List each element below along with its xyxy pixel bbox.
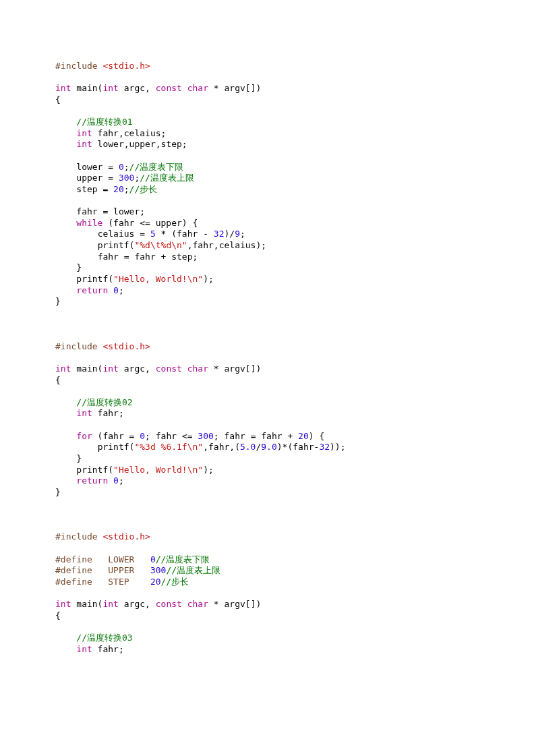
comment: //温度表下限 [156,554,210,564]
code-line: printf("%3d %6.1f\n",fahr,(5.0/9.0)*(fah… [98,442,346,452]
text [108,285,113,295]
text: main( [71,364,102,374]
brace: { [55,375,61,385]
kw-const: const [156,599,182,609]
text: ; [124,184,129,194]
header-name: <stdio.h> [98,341,150,351]
code-line: #include <stdio.h> [55,61,150,71]
number: 32 [214,229,225,239]
number: 0 [150,554,156,564]
number: 5.0 [240,442,256,452]
kw-while: while [76,218,102,228]
text: * (fahr - [156,229,214,239]
text: ,fahr,( [203,442,240,452]
kw-int: int [55,83,71,93]
code-line: #define UPPER 300//温度表上限 [55,565,220,575]
code-line: int lower,upper,step; [76,139,187,149]
code-line: #define STEP 20//步长 [55,577,189,587]
header-name: <stdio.h> [98,61,150,71]
brace: } [76,453,82,463]
code-line: lower = 0;//温度表下限 [76,162,183,172]
text: ); [203,274,214,284]
string: "Hello, World!\n" [113,465,203,475]
text: argc, [119,83,156,93]
kw-int: int [102,83,118,93]
string: "%3d %6.1f\n" [134,442,203,452]
kw-const: const [156,364,182,374]
comment: //温度表下限 [129,162,184,172]
code-line: int main(int argc, const char * argv[]) [55,83,261,93]
code-line: printf("%d\t%d\n",fahr,celaius); [98,240,266,250]
number: 0 [119,162,124,172]
include-directive: #include [55,341,98,351]
text [182,364,187,374]
include-directive: #include [55,61,98,71]
brace: } [55,296,61,306]
brace: } [76,262,82,272]
text: argc, [119,364,156,374]
code-line: int main(int argc, const char * argv[]) [55,599,261,609]
number: 5 [150,229,156,239]
text: printf( [76,274,113,284]
number: 32 [319,442,330,452]
code-line: while (fahr <= upper) { [76,218,198,228]
comment: //温度表上限 [140,173,194,183]
code-line: int fahr,celaius; [76,128,166,138]
include-directive: #include [55,531,98,542]
code-line: return 0; [76,475,123,486]
comment: //步长 [161,577,189,587]
brace: { [55,94,61,105]
code-line: printf("Hello, World!\n"); [76,465,214,475]
code-line: #include <stdio.h> [55,531,150,542]
comment: //温度转换03 [76,633,132,643]
text: main( [71,599,102,609]
kw-int: int [102,364,118,374]
text: step = [76,184,113,194]
text: * argv[]) [208,364,261,374]
text [182,599,187,609]
code-line: printf("Hello, World!\n"); [76,274,214,284]
kw-int: int [102,599,118,609]
text: ; [119,475,124,486]
comment: //温度表上限 [166,565,220,575]
number: 300 [119,173,134,183]
comment: //温度转换01 [76,117,132,127]
number: 9 [235,229,240,239]
code-line: int main(int argc, const char * argv[]) [55,364,261,374]
text: fahr; [92,644,124,654]
text: celaius = [98,229,150,239]
text: fahr; [92,408,124,418]
text: fahr = fahr + step; [98,252,198,262]
text: fahr,celaius; [92,128,167,138]
text [108,475,113,486]
text: )); [330,442,345,452]
number: 0 [113,285,119,295]
code-line: int fahr; [76,644,123,654]
code-line: int fahr; [76,408,123,418]
kw-int: int [76,139,92,149]
kw-char: char [187,599,208,609]
brace: { [55,610,61,620]
text: main( [71,83,102,93]
text: ; [119,285,124,295]
kw-char: char [187,83,208,93]
number: 9.0 [261,442,276,452]
code-line: celaius = 5 * (fahr - 32)/9; [98,229,245,239]
code-line: return 0; [76,285,123,295]
comment: //温度转换02 [76,397,132,407]
number: 20 [113,184,124,194]
text: )*(fahr- [277,442,320,452]
text: ; fahr <= [145,431,198,441]
kw-int: int [55,364,71,374]
text: ; fahr = fahr + [214,431,298,441]
code-line: #include <stdio.h> [55,341,150,351]
code-line: #define LOWER 0//温度表下限 [55,554,210,564]
kw-int: int [76,408,92,418]
string: "Hello, World!\n" [113,274,203,284]
text: ); [203,465,214,475]
code-line: upper = 300;//温度表上限 [76,173,194,183]
code-line: step = 20;//步长 [76,184,157,194]
number: 300 [150,565,166,575]
code-line: for (fahr = 0; fahr <= 300; fahr = fahr … [76,431,324,441]
text: printf( [98,240,135,250]
